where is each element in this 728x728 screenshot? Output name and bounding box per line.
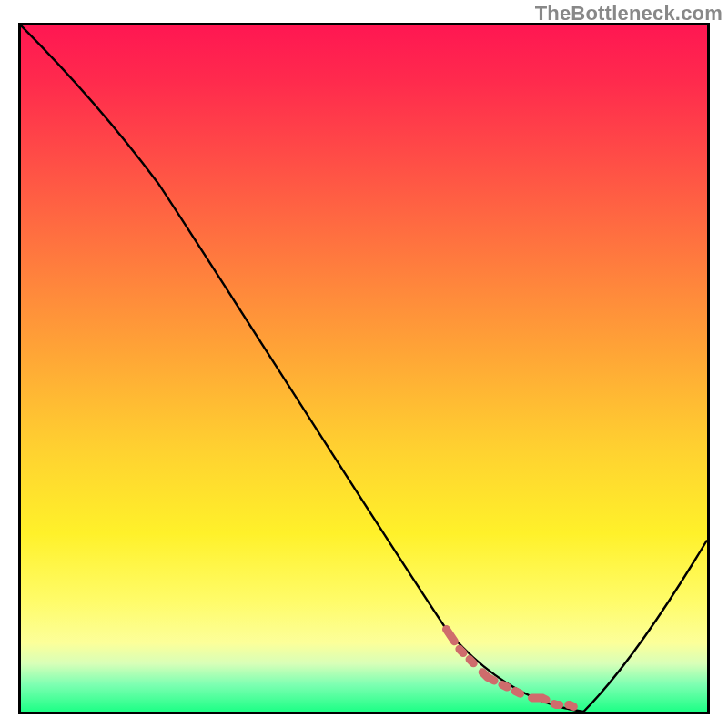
- dashed-accent-path: [446, 630, 583, 712]
- bottleneck-curve-path: [21, 25, 707, 712]
- curve-layer: [21, 25, 707, 712]
- plot-area: [18, 23, 710, 714]
- chart-stage: TheBottleneck.com: [0, 0, 728, 728]
